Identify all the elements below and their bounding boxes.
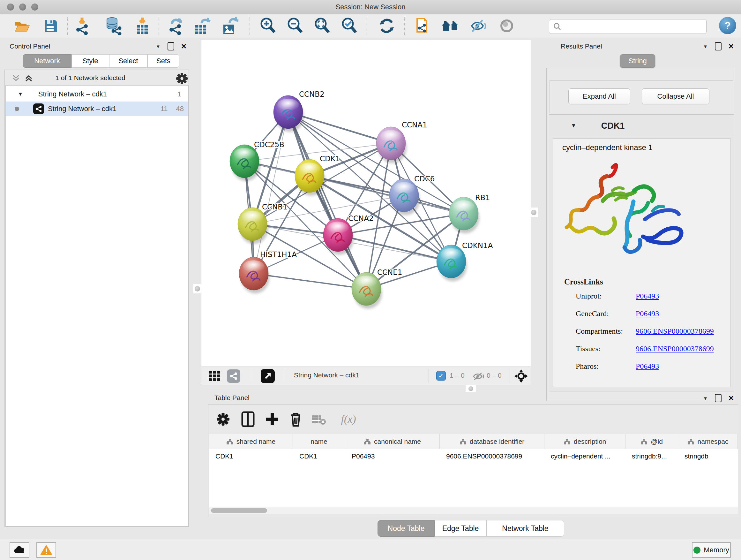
horizontal-scrollbar[interactable] [209, 507, 738, 514]
table-cell[interactable]: stringdb:9... [625, 449, 678, 463]
crosslink-link[interactable]: 9606.ENSP00000378699 [636, 327, 714, 335]
grid-view-icon[interactable] [208, 370, 222, 383]
show-columns-icon[interactable] [239, 410, 257, 428]
function-builder-icon[interactable]: f(x) [334, 410, 363, 428]
network-node-CDC25B[interactable]: CDC25B [230, 140, 284, 181]
protein-card-header[interactable]: ▼ CDK1 [549, 115, 734, 137]
zoom-in-icon[interactable] [259, 17, 277, 35]
network-collection-row[interactable]: ▼ String Network – cdk1 1 [6, 87, 188, 102]
delete-column-icon[interactable] [287, 410, 305, 428]
search-input[interactable] [561, 22, 706, 30]
crosslink-link[interactable]: P06493 [636, 362, 659, 371]
import-table-file-icon[interactable] [133, 17, 151, 35]
network-edge[interactable] [254, 112, 288, 273]
zoom-selected-icon[interactable] [340, 17, 358, 35]
show-panel-icon[interactable] [498, 17, 516, 35]
refresh-view-icon[interactable] [378, 17, 396, 35]
panel-menu-icon[interactable]: ▼ [703, 395, 708, 401]
home-icon[interactable] [441, 17, 459, 35]
horizontal-splitter-handle[interactable] [466, 385, 476, 392]
hidden-eye-icon[interactable] [473, 372, 485, 381]
tab-node-table[interactable]: Node Table [378, 520, 434, 537]
panel-close-icon[interactable]: × [729, 395, 734, 401]
network-node-HIST1H1A[interactable]: HIST1H1A [239, 250, 297, 294]
memory-button[interactable]: Memory [692, 542, 731, 558]
share-document-icon[interactable] [414, 17, 432, 35]
network-node-CCNB2[interactable]: CCNB2 [273, 90, 325, 132]
tree-expander-icon[interactable]: ▼ [18, 91, 23, 97]
crosslink-link[interactable]: P06493 [636, 292, 659, 300]
panel-menu-icon[interactable]: ▼ [703, 44, 708, 49]
tab-select[interactable]: Select [109, 54, 147, 68]
network-node-CCNB1[interactable]: CCNB1 [238, 203, 287, 244]
column-header-namespac[interactable]: namespac [678, 434, 738, 449]
import-network-database-icon[interactable] [105, 17, 122, 35]
network-edge[interactable] [288, 112, 366, 289]
zoom-fit-icon[interactable] [313, 17, 331, 35]
network-node-CCNA1[interactable]: CCNA1 [376, 121, 427, 163]
export-image-icon[interactable] [221, 17, 239, 35]
network-canvas[interactable]: CCNB2CCNA1CDC25BCDK1CDC6RB1CCNB1CCNA2CDK… [201, 40, 531, 367]
network-row-selected[interactable]: String Network – cdk1 11 48 [6, 102, 188, 116]
tab-network[interactable]: Network [23, 54, 71, 68]
node-table[interactable]: shared nameCDK1nameCDK1canonical nameP06… [209, 434, 738, 507]
export-table-icon[interactable] [193, 17, 211, 35]
panel-float-icon[interactable] [167, 42, 174, 51]
table-cell[interactable]: 9606.ENSP00000378699 [440, 449, 544, 463]
tab-edge-table[interactable]: Edge Table [434, 520, 486, 537]
cloud-button[interactable] [10, 542, 29, 558]
right-splitter-handle[interactable] [529, 207, 538, 217]
gear-icon[interactable] [176, 72, 188, 84]
left-splitter-handle[interactable] [193, 284, 201, 294]
panel-menu-icon[interactable]: ▼ [156, 44, 160, 49]
table-cell[interactable]: cyclin–dependent ... [544, 449, 625, 463]
column-header-database-identifier[interactable]: database identifier [440, 434, 544, 449]
column-header--id[interactable]: @id [625, 434, 678, 449]
tab-sets[interactable]: Sets [147, 54, 179, 68]
network-edge[interactable] [338, 235, 451, 261]
crosslink-link[interactable]: 9606.ENSP00000378699 [636, 345, 714, 353]
column-header-description[interactable]: description [544, 434, 625, 449]
table-gear-icon[interactable] [214, 410, 232, 428]
column-header-shared-name[interactable]: shared name [209, 434, 293, 449]
network-node-CDKN1A[interactable]: CDKN1A [436, 241, 493, 281]
zoom-out-icon[interactable] [286, 17, 304, 35]
table-cell[interactable]: CDK1 [293, 449, 345, 463]
crosslink-link[interactable]: P06493 [636, 309, 659, 318]
network-edge[interactable] [254, 273, 366, 289]
network-node-CDC6[interactable]: CDC6 [389, 175, 434, 215]
panel-close-icon[interactable]: × [729, 43, 734, 50]
save-session-icon[interactable] [42, 17, 60, 35]
warning-button[interactable] [37, 542, 56, 558]
help-icon[interactable]: ? [719, 17, 736, 34]
table-cell[interactable]: CDK1 [209, 449, 293, 463]
panel-close-icon[interactable]: × [181, 43, 186, 50]
hide-panel-icon[interactable] [469, 17, 487, 35]
column-header-canonical-name[interactable]: canonical name [345, 434, 440, 449]
export-network-icon[interactable] [167, 17, 185, 35]
selected-checkbox-icon[interactable]: ✓ [436, 371, 446, 381]
tab-network-table[interactable]: Network Table [486, 520, 564, 537]
collapse-section-icon[interactable]: ▼ [571, 123, 576, 129]
tab-string[interactable]: String [620, 54, 655, 68]
add-column-icon[interactable] [263, 410, 281, 428]
fit-selected-crosshair-icon[interactable] [514, 369, 528, 383]
open-session-icon[interactable] [13, 17, 31, 35]
import-network-file-icon[interactable] [74, 17, 91, 35]
network-node-RB1[interactable]: RB1 [449, 193, 490, 233]
network-share-icon[interactable] [227, 369, 240, 383]
scrollbar-thumb[interactable] [211, 508, 267, 513]
column-header-name[interactable]: name [293, 434, 345, 449]
panel-float-icon[interactable] [715, 42, 722, 51]
network-node-CCNA2[interactable]: CCNA2 [323, 214, 374, 255]
collapse-all-button[interactable]: Collapse All [642, 88, 710, 105]
expand-all-button[interactable]: Expand All [568, 88, 630, 105]
open-in-window-icon[interactable] [261, 369, 275, 383]
delete-table-icon[interactable] [310, 410, 328, 428]
panel-float-icon[interactable] [715, 394, 722, 402]
search-field[interactable] [549, 19, 706, 34]
table-cell[interactable]: P06493 [345, 449, 440, 463]
tab-style[interactable]: Style [71, 54, 109, 68]
network-node-CCNE1[interactable]: CCNE1 [352, 268, 402, 309]
table-cell[interactable]: stringdb [678, 449, 738, 463]
